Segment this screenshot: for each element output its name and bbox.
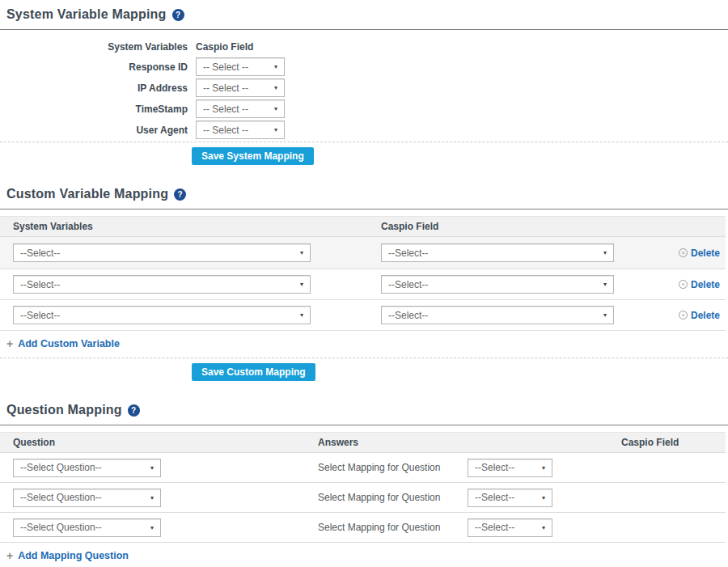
custom-table-header: System Variables Caspio Field xyxy=(0,216,726,237)
help-icon[interactable]: ? xyxy=(172,9,184,21)
plus-icon: + xyxy=(6,550,13,561)
save-system-mapping-button[interactable]: Save System Mapping xyxy=(192,147,314,165)
chevron-down-icon: ▾ xyxy=(274,105,277,112)
table-row: --Select Question-- ▾ Select Mapping for… xyxy=(0,513,726,543)
section-divider xyxy=(0,209,728,209)
chevron-down-icon: ▾ xyxy=(603,249,607,256)
chevron-down-icon: ▾ xyxy=(150,464,154,472)
answer-mapping-label: Select Mapping for Question xyxy=(318,492,468,503)
select-value: --Select-- xyxy=(20,310,60,321)
plus-icon: + xyxy=(6,338,13,349)
select-value: -- Select -- xyxy=(203,61,248,73)
dashed-divider xyxy=(0,358,728,358)
chevron-down-icon: ▾ xyxy=(542,524,545,531)
column-header-system-variables: System Variables xyxy=(0,41,188,53)
user-agent-select[interactable]: -- Select -- ▾ xyxy=(196,121,285,139)
row-label-user-agent: User Agent xyxy=(0,125,188,136)
chevron-down-icon: ▾ xyxy=(274,63,277,70)
system-variables-table: System Variables Caspio Field Response I… xyxy=(0,38,728,139)
question-select[interactable]: --Select Question-- ▾ xyxy=(13,459,161,477)
select-value: --Select Question-- xyxy=(20,462,102,473)
select-value: -- Select -- xyxy=(203,125,248,136)
add-custom-variable-link[interactable]: + Add Custom Variable xyxy=(6,337,120,350)
column-header-answers: Answers xyxy=(305,437,608,448)
question-mapping-section: Question Mapping ? Question Answers Casp… xyxy=(0,402,728,567)
column-header-caspio-field: Caspio Field xyxy=(381,221,661,232)
select-value: --Select-- xyxy=(388,279,428,290)
question-section-title: Question Mapping ? xyxy=(6,402,728,418)
answer-mapping-label: Select Mapping for Question xyxy=(318,522,468,533)
column-header-question: Question xyxy=(0,437,305,448)
table-row: Response ID -- Select -- ▾ xyxy=(0,57,728,76)
delete-row-link[interactable]: × Delete xyxy=(679,248,720,259)
select-value: --Select-- xyxy=(388,248,428,259)
chevron-down-icon: ▾ xyxy=(542,494,545,501)
select-value: --Select Question-- xyxy=(20,492,102,503)
custom-variables-table: System Variables Caspio Field --Select--… xyxy=(0,216,726,331)
chevron-down-icon: ▾ xyxy=(542,464,545,472)
table-row: TimeStamp -- Select -- ▾ xyxy=(0,99,728,118)
answer-mapping-select[interactable]: --Select-- ▾ xyxy=(468,518,552,537)
timestamp-select[interactable]: -- Select -- ▾ xyxy=(196,99,285,118)
select-value: --Select-- xyxy=(388,310,428,321)
row-label-timestamp: TimeStamp xyxy=(0,104,188,115)
add-custom-variable-label: Add Custom Variable xyxy=(18,338,120,349)
dashed-divider xyxy=(0,142,728,142)
table-row: --Select-- ▾ --Select-- ▾ × Delete xyxy=(0,300,726,331)
chevron-down-icon: ▾ xyxy=(603,281,607,288)
select-value: --Select-- xyxy=(20,248,60,259)
column-header-caspio-field: Caspio Field xyxy=(196,41,285,53)
table-row: User Agent -- Select -- ▾ xyxy=(0,121,728,139)
save-custom-mapping-button[interactable]: Save Custom Mapping xyxy=(192,363,315,381)
table-row: IP Address -- Select -- ▾ xyxy=(0,78,728,97)
table-row: --Select-- ▾ --Select-- ▾ × Delete xyxy=(0,269,726,300)
system-variable-mapping-section: System Variable Mapping ? System Variabl… xyxy=(0,6,728,165)
row-label-response-id: Response ID xyxy=(0,61,188,73)
chevron-down-icon: ▾ xyxy=(274,84,277,91)
system-table-header: System Variables Caspio Field xyxy=(0,38,728,56)
chevron-down-icon: ▾ xyxy=(300,249,303,256)
delete-row-link[interactable]: × Delete xyxy=(679,279,720,290)
question-section-title-text: Question Mapping xyxy=(6,403,122,417)
custom-section-title: Custom Variable Mapping ? xyxy=(6,186,728,202)
delete-circle-icon: × xyxy=(679,280,688,289)
add-mapping-question-link[interactable]: + Add Mapping Question xyxy=(6,549,129,562)
select-value: -- Select -- xyxy=(203,83,248,94)
chevron-down-icon: ▾ xyxy=(150,524,154,531)
chevron-down-icon: ▾ xyxy=(300,281,303,288)
answer-mapping-label: Select Mapping for Question xyxy=(318,462,468,473)
custom-system-variable-select[interactable]: --Select-- ▾ xyxy=(13,243,311,262)
help-icon[interactable]: ? xyxy=(174,188,186,201)
custom-caspio-field-select[interactable]: --Select-- ▾ xyxy=(381,306,614,324)
system-section-title-text: System Variable Mapping xyxy=(6,7,167,22)
select-value: -- Select -- xyxy=(203,104,248,115)
select-value: --Select Question-- xyxy=(20,522,102,533)
question-select[interactable]: --Select Question-- ▾ xyxy=(13,489,161,507)
question-mapping-table: Question Answers Caspio Field --Select Q… xyxy=(0,432,726,543)
delete-row-link[interactable]: × Delete xyxy=(679,310,720,321)
system-section-title: System Variable Mapping ? xyxy=(6,6,728,23)
chevron-down-icon: ▾ xyxy=(300,311,303,319)
row-label-ip-address: IP Address xyxy=(0,83,188,94)
table-row: --Select Question-- ▾ Select Mapping for… xyxy=(0,483,726,513)
section-divider xyxy=(0,29,728,30)
select-value: --Select-- xyxy=(475,462,514,473)
response-id-select[interactable]: -- Select -- ▾ xyxy=(196,57,285,76)
chevron-down-icon: ▾ xyxy=(150,494,154,501)
delete-label: Delete xyxy=(691,279,720,290)
question-table-header: Question Answers Caspio Field xyxy=(0,432,726,453)
help-icon[interactable]: ? xyxy=(128,404,140,417)
custom-caspio-field-select[interactable]: --Select-- ▾ xyxy=(381,243,614,262)
question-select[interactable]: --Select Question-- ▾ xyxy=(13,518,161,537)
custom-system-variable-select[interactable]: --Select-- ▾ xyxy=(13,306,311,324)
section-divider xyxy=(0,425,728,425)
answer-mapping-select[interactable]: --Select-- ▾ xyxy=(468,459,552,477)
table-row: --Select Question-- ▾ Select Mapping for… xyxy=(0,453,726,483)
custom-caspio-field-select[interactable]: --Select-- ▾ xyxy=(381,275,614,294)
column-header-system-variables: System Variables xyxy=(0,221,381,232)
answer-mapping-select[interactable]: --Select-- ▾ xyxy=(468,489,552,507)
ip-address-select[interactable]: -- Select -- ▾ xyxy=(196,78,285,97)
select-value: --Select-- xyxy=(475,492,514,503)
delete-circle-icon: × xyxy=(679,311,688,319)
custom-system-variable-select[interactable]: --Select-- ▾ xyxy=(13,275,311,294)
